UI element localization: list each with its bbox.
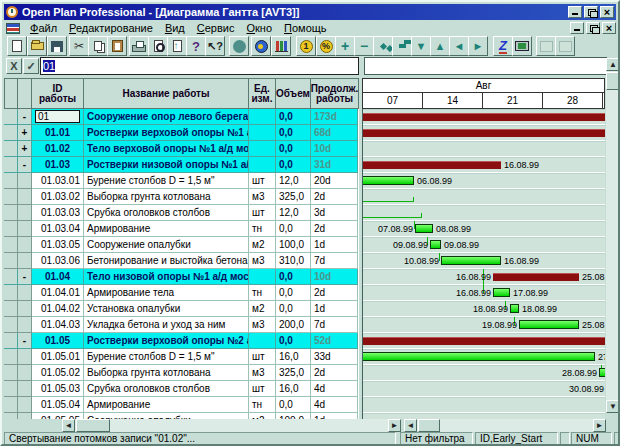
cell-id: 01.03.03 (32, 205, 84, 221)
vertical-scrollbar[interactable]: ▲ ▼ (606, 58, 620, 413)
minimize-icon[interactable] (568, 6, 582, 18)
save-button[interactable] (47, 36, 67, 56)
move-down-button[interactable]: ▼ (411, 36, 431, 56)
gantt-task-bar[interactable] (519, 320, 579, 329)
cut-button[interactable]: ✂ (69, 36, 89, 56)
gantt-task-bar[interactable] (362, 352, 595, 361)
table-row[interactable]: 01.04.03Укладка бетона и уход за нимм320… (4, 317, 359, 333)
cell-edit-input[interactable]: 01 (40, 57, 359, 75)
globe-button[interactable] (251, 36, 271, 56)
table-row[interactable]: +01.01Ростверки верховой опоры №1 а/д0,0… (4, 125, 359, 141)
menu-файл[interactable]: Файл (24, 22, 63, 34)
document-icon[interactable] (6, 23, 20, 34)
cost-button[interactable]: 1 (296, 36, 316, 56)
menu-помощь[interactable]: Помощь (278, 22, 333, 34)
gantt-summary-bar[interactable] (493, 273, 579, 281)
collapse-button[interactable]: − (354, 36, 374, 56)
cell-duration: 2d (311, 285, 358, 301)
table-row[interactable]: 01.03.04Армированиетн0,02d (4, 221, 359, 237)
disabled-button-2[interactable] (555, 36, 575, 56)
gantt-task-bar[interactable] (430, 240, 441, 249)
print-preview-button[interactable] (148, 36, 168, 56)
table-row[interactable]: 01.04.02Установка опалубким20,01d (4, 301, 359, 317)
table-row[interactable]: 01.03.03Срубка оголовков столбовшт12,03d (4, 205, 359, 221)
expand-button[interactable]: + (335, 36, 355, 56)
gantt-task-bar[interactable] (441, 256, 501, 265)
edit-bar: X ✓ 01 (4, 57, 616, 77)
table-row[interactable]: 01.03.01Бурение столбов D = 1,5 м"шт12,0… (4, 173, 359, 189)
cancel-edit-button[interactable]: X (6, 58, 22, 74)
gantt-task-bar[interactable] (493, 288, 510, 297)
menu-вид[interactable]: Вид (159, 22, 191, 34)
table-row[interactable]: -01Сооружение опор левого берега0,0173d (4, 109, 359, 125)
row-selector-cell (4, 125, 18, 141)
paste-button[interactable] (107, 36, 127, 56)
chart-button[interactable] (271, 36, 291, 56)
move-right-button[interactable]: ► (468, 36, 488, 56)
scroll-up-icon[interactable]: ▲ (606, 58, 620, 71)
table-row[interactable]: 01.04.01Армирование телатн0,02d (4, 285, 359, 301)
child-close-icon[interactable] (602, 22, 616, 34)
outline-toggle[interactable]: + (18, 141, 32, 157)
header-duration[interactable]: Продолж. работы (311, 78, 359, 109)
gantt-date-label: 19.08.99 (482, 320, 517, 330)
table-row[interactable]: 01.03.02Выборка грунта котлованам3325,02… (4, 189, 359, 205)
outline-toggle[interactable]: + (18, 125, 32, 141)
table-row[interactable]: 01.05.04Армированиетн0,04d (4, 397, 359, 413)
disabled-button-1[interactable] (536, 36, 556, 56)
link-bars-button[interactable] (392, 36, 412, 56)
table-row[interactable]: -01.05Ростверки верховой опоры №2 а/д0,0… (4, 333, 359, 349)
header-unit[interactable]: Ед. изм. (249, 78, 276, 109)
table-row[interactable]: 01.03.05Сооружение опалубким2100,01d (4, 237, 359, 253)
outline-toggle[interactable]: - (18, 157, 32, 173)
context-help-button[interactable]: ↖? (205, 36, 225, 56)
header-volume[interactable]: Объем (276, 78, 311, 109)
scroll-down-icon[interactable]: ▼ (606, 400, 620, 413)
table-row[interactable]: 01.03.06Бетонирование и выстойка бетонам… (4, 253, 359, 269)
accept-edit-button[interactable]: ✓ (23, 58, 39, 74)
gantt-task-bar[interactable] (415, 224, 433, 233)
outline-level-button[interactable] (167, 36, 187, 56)
gantt-task-bar[interactable] (510, 304, 519, 313)
close-icon[interactable] (600, 6, 614, 18)
outline-toggle[interactable]: - (18, 109, 32, 125)
print-button[interactable] (129, 36, 149, 56)
table-row[interactable]: 01.05.01Бурение столбов D = 1,5 м"шт16,0… (4, 349, 359, 365)
table-row[interactable]: -01.03Ростверки низовой опоры №1 а/д м0,… (4, 157, 359, 173)
vertical-scroll-thumb[interactable] (606, 72, 620, 90)
menu-окно[interactable]: Окно (240, 22, 278, 34)
move-up-button[interactable]: ▲ (430, 36, 450, 56)
child-restore-icon[interactable] (586, 22, 600, 34)
table-row[interactable]: -01.04Тело низовой опоры №1 а/д моста0,0… (4, 269, 359, 285)
new-button[interactable] (7, 36, 27, 56)
circle-tool-button[interactable] (229, 36, 249, 56)
menu-редактирование[interactable]: Редактирование (63, 22, 159, 34)
outline-toggle[interactable]: - (18, 333, 32, 349)
gantt-summary-bar[interactable] (362, 129, 605, 137)
gantt-summary-bar[interactable] (362, 161, 501, 169)
open-button[interactable] (27, 36, 47, 56)
gantt-summary-bar[interactable] (362, 113, 605, 121)
child-minimize-icon[interactable] (570, 22, 584, 34)
outline-toggle[interactable]: - (18, 269, 32, 285)
move-left-button[interactable]: ◄ (449, 36, 469, 56)
screen-button[interactable] (512, 36, 532, 56)
header-name[interactable]: Название работы (84, 78, 249, 109)
link-nodes-button[interactable] (373, 36, 393, 56)
menu-сервис[interactable]: Сервис (191, 22, 241, 34)
table-row[interactable]: +01.02Тело верховой опоры №1 а/д моста0,… (4, 141, 359, 157)
gantt-task-bar[interactable] (362, 176, 414, 185)
cell-duration: 3d (311, 205, 358, 221)
copy-button[interactable] (88, 36, 108, 56)
cell-unit: м2 (249, 237, 276, 253)
restore-icon[interactable] (584, 6, 598, 18)
percent-button[interactable]: % (316, 36, 336, 56)
gantt-task-bar[interactable] (599, 368, 605, 377)
header-id[interactable]: ID работы (32, 78, 84, 109)
help-button[interactable]: ? (186, 36, 206, 56)
gantt-summary-bar[interactable] (362, 337, 605, 345)
table-row[interactable]: 01.05.03Срубка оголовков столбовшт16,04d (4, 381, 359, 397)
timescale-button[interactable]: Z (493, 36, 513, 56)
inline-edit-cell[interactable]: 01 (35, 110, 80, 123)
table-row[interactable]: 01.05.02Выборка грунта котлованам3325,02… (4, 365, 359, 381)
